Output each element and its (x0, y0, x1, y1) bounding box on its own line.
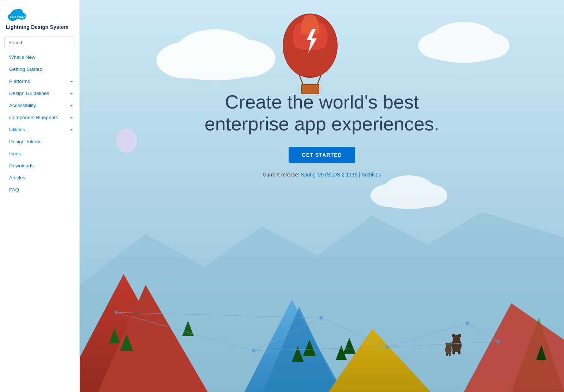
sidebar-item-downloads[interactable]: Downloads (0, 160, 79, 172)
chevron-right-icon: ► (70, 103, 74, 107)
nav-label: FAQ (9, 187, 19, 193)
sidebar-item-articles[interactable]: Articles (0, 172, 79, 184)
get-started-button[interactable]: GET STARTED (289, 147, 355, 163)
nav-label: Downloads (9, 163, 34, 168)
sidebar-item-component-blueprints[interactable]: Component Blueprints► (0, 111, 79, 123)
sidebar-item-getting-started[interactable]: Getting Started (0, 63, 79, 75)
sidebar-item-design-tokens[interactable]: Design Tokens (0, 136, 79, 148)
hero-content: Create the world's best enterprise app e… (80, 0, 564, 392)
nav-label: Icons (9, 151, 21, 156)
main-content: Create the world's best enterprise app e… (80, 0, 564, 392)
search-area (0, 34, 79, 50)
sidebar-item-whats-new[interactable]: What's New (0, 51, 79, 63)
chevron-right-icon: ► (70, 128, 74, 132)
nav-label: Getting Started (9, 66, 42, 72)
nav-label: What's New (9, 54, 35, 60)
chevron-right-icon: ► (70, 79, 74, 83)
nav-label: Articles (9, 175, 25, 180)
svg-text:salesforce: salesforce (10, 15, 28, 19)
nav-label: Platforms (9, 79, 30, 84)
sidebar-nav: What's NewGetting StartedPlatforms►Desig… (0, 50, 79, 392)
sidebar-item-icons[interactable]: Icons (0, 148, 79, 160)
nav-label: Utilities (9, 127, 25, 132)
svg-point-3 (15, 9, 23, 15)
chevron-right-icon: ► (70, 115, 74, 119)
salesforce-logo[interactable]: salesforce (6, 7, 28, 22)
sidebar-item-faq[interactable]: FAQ (0, 184, 79, 196)
sidebar-item-accessibility[interactable]: Accessibility► (0, 99, 79, 111)
hero-title: Create the world's best enterprise app e… (204, 91, 439, 135)
sidebar: salesforce Lightning Design System What'… (0, 0, 80, 392)
sidebar-item-utilities[interactable]: Utilities► (0, 123, 79, 136)
chevron-right-icon: ► (70, 91, 74, 95)
nav-label: Design Tokens (9, 139, 41, 144)
release-link[interactable]: Spring '20 (SLDS 2.11.9) (301, 172, 357, 178)
release-info: Current release: Spring '20 (SLDS 2.11.9… (263, 172, 381, 178)
nav-label: Accessibility (9, 103, 36, 108)
sidebar-item-platforms[interactable]: Platforms► (0, 75, 79, 87)
search-input[interactable] (4, 37, 75, 48)
archives-link[interactable]: Archives (361, 172, 381, 178)
sidebar-title: Lightning Design System (6, 24, 68, 30)
sidebar-item-design-guidelines[interactable]: Design Guidelines► (0, 87, 79, 99)
nav-label: Design Guidelines (9, 91, 49, 96)
logo-area: salesforce Lightning Design System (0, 0, 79, 34)
nav-label: Component Blueprints (9, 115, 58, 120)
